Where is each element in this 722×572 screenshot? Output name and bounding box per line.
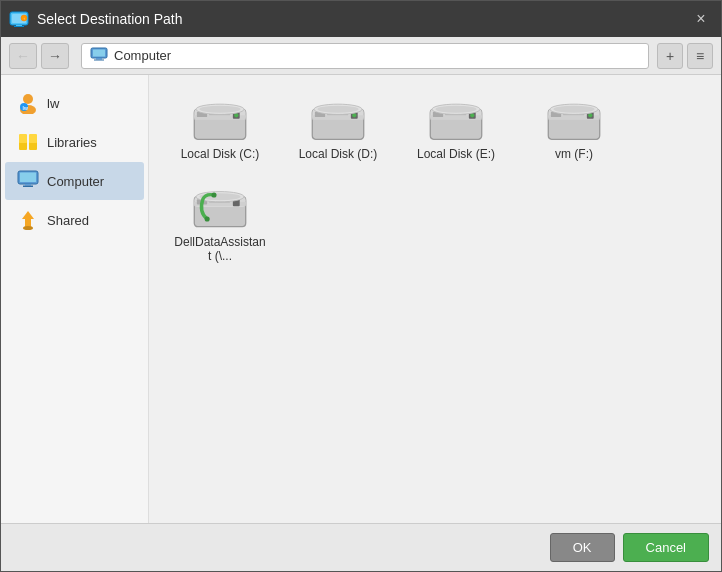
drive-item-c[interactable]: Local Disk (C:) <box>165 91 275 169</box>
svg-point-38 <box>352 113 356 117</box>
title-bar: ↑ Select Destination Path × <box>1 1 721 37</box>
toolbar-actions: + ≡ <box>657 43 713 69</box>
svg-point-67 <box>205 216 210 221</box>
sidebar-item-computer[interactable]: Computer <box>5 162 144 200</box>
svg-point-56 <box>588 113 592 117</box>
drive-d-icon <box>308 99 368 147</box>
view-toggle-button[interactable]: ≡ <box>687 43 713 69</box>
drive-d-label: Local Disk (D:) <box>299 147 378 161</box>
sidebar-item-shared-label: Shared <box>47 213 89 228</box>
drive-f-icon <box>544 99 604 147</box>
app-icon: ↑ <box>9 9 29 29</box>
dialog: ↑ Select Destination Path × ← → Computer… <box>0 0 722 572</box>
drive-item-e[interactable]: Local Disk (E:) <box>401 91 511 169</box>
footer: OK Cancel <box>1 523 721 571</box>
back-button[interactable]: ← <box>9 43 37 69</box>
drive-e-label: Local Disk (E:) <box>417 147 495 161</box>
network-drive-icon <box>190 185 250 235</box>
svg-rect-20 <box>25 184 31 186</box>
toolbar: ← → Computer + ≡ <box>1 37 721 75</box>
content-area: lw lw Libraries <box>1 75 721 523</box>
cancel-button[interactable]: Cancel <box>623 533 709 562</box>
svg-point-68 <box>211 192 216 197</box>
computer-icon <box>17 170 39 192</box>
drive-c-label: Local Disk (C:) <box>181 147 260 161</box>
dialog-title: Select Destination Path <box>37 11 689 27</box>
svg-point-29 <box>234 113 238 117</box>
svg-rect-17 <box>29 134 37 143</box>
svg-point-49 <box>435 106 476 113</box>
svg-point-22 <box>23 226 33 230</box>
svg-text:↑: ↑ <box>23 16 25 21</box>
sidebar-item-libraries[interactable]: Libraries <box>5 123 144 161</box>
sidebar-item-lw-label: lw <box>47 96 59 111</box>
sidebar: lw lw Libraries <box>1 75 149 523</box>
close-button[interactable]: × <box>689 7 713 31</box>
sidebar-item-computer-label: Computer <box>47 174 104 189</box>
address-text: Computer <box>114 48 171 63</box>
svg-rect-7 <box>93 50 105 57</box>
svg-rect-19 <box>20 173 36 183</box>
drive-c-icon <box>190 99 250 147</box>
sidebar-item-shared[interactable]: Shared <box>5 201 144 239</box>
address-bar: Computer <box>81 43 649 69</box>
main-panel: Local Disk (C:) Local Disk (D:) <box>149 75 721 523</box>
drive-e-icon <box>426 99 486 147</box>
drive-item-network[interactable]: DellDataAssistant (\... <box>165 177 275 271</box>
drive-item-f[interactable]: vm (F:) <box>519 91 629 169</box>
svg-point-58 <box>553 106 594 113</box>
svg-rect-3 <box>14 26 24 27</box>
svg-point-47 <box>470 113 474 117</box>
drive-item-d[interactable]: Local Disk (D:) <box>283 91 393 169</box>
shared-icon <box>17 209 39 231</box>
svg-rect-16 <box>19 134 27 143</box>
sidebar-item-libraries-label: Libraries <box>47 135 97 150</box>
svg-rect-8 <box>96 58 102 60</box>
libraries-icon <box>17 131 39 153</box>
add-folder-button[interactable]: + <box>657 43 683 69</box>
ok-button[interactable]: OK <box>550 533 615 562</box>
network-drive-label: DellDataAssistant (\... <box>173 235 267 263</box>
svg-point-31 <box>199 106 240 113</box>
sidebar-item-lw[interactable]: lw lw <box>5 84 144 122</box>
user-icon: lw <box>17 92 39 114</box>
drive-f-label: vm (F:) <box>555 147 593 161</box>
svg-rect-9 <box>94 60 104 61</box>
forward-button[interactable]: → <box>41 43 69 69</box>
svg-rect-21 <box>23 186 33 188</box>
svg-point-40 <box>317 106 358 113</box>
svg-text:lw: lw <box>23 105 28 111</box>
address-computer-icon <box>90 47 108 64</box>
svg-point-10 <box>23 94 33 104</box>
